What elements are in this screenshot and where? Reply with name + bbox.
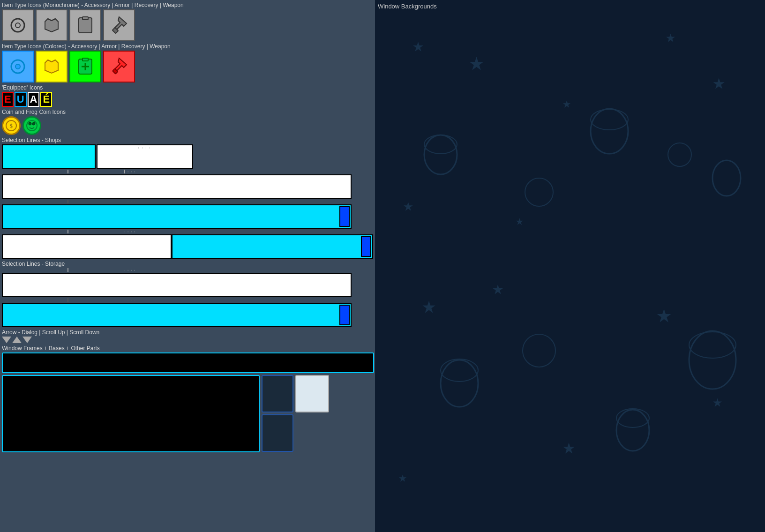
window-bg-label: Window Backgrounds: [378, 3, 437, 10]
svg-rect-3: [82, 17, 88, 20]
svg-text:★: ★: [492, 277, 503, 299]
storage-row1-container: ····: [2, 268, 373, 297]
svg-rect-9: [82, 58, 88, 61]
colored-icons-title: Item Type Icons (Colored) - Accessory | …: [2, 43, 373, 50]
window-frame-small-dark2: [262, 414, 293, 452]
svg-point-38: [441, 360, 478, 407]
arrows-row: [2, 337, 373, 343]
shops-selection-lines: ···· ···· ···· ····: [2, 144, 373, 259]
svg-point-39: [441, 359, 478, 382]
weapon-colored-icon: [103, 51, 135, 82]
svg-text:★: ★: [666, 27, 675, 46]
mono-icons-row: [2, 9, 373, 41]
shop-cyan-endcap: [339, 206, 350, 227]
svg-text:★: ★: [403, 195, 413, 215]
shops-selection-title: Selection Lines - Shops: [2, 137, 373, 143]
coin-icons-row: $: [2, 116, 373, 135]
svg-point-16: [27, 120, 37, 131]
arrows-title: Arrow - Dialog | Scroll Up | Scroll Down: [2, 329, 373, 336]
storage-white-full: [2, 273, 352, 297]
weapon-mono-icon: [103, 9, 135, 41]
svg-point-26: [591, 109, 628, 154]
svg-text:★: ★: [712, 392, 722, 411]
svg-point-1: [15, 23, 20, 28]
svg-point-27: [591, 109, 628, 130]
window-bg-bottom: ★ ★ ★ ★ ★ ★: [375, 266, 765, 532]
svg-text:★: ★: [469, 46, 484, 76]
svg-marker-12: [114, 58, 127, 71]
shop-row4-endcap: [361, 236, 371, 257]
window-frame-small-light: [295, 375, 329, 412]
armor-mono-icon: [36, 9, 68, 41]
svg-point-7: [15, 64, 20, 69]
shop-sel-blue-1: [2, 144, 96, 169]
equipped-a-icon: A: [28, 92, 40, 107]
svg-text:★: ★: [422, 292, 436, 319]
shop-row4-cyan: [172, 234, 373, 259]
svg-point-17: [29, 122, 31, 125]
left-panel: Item Type Icons (Monochrome) - Accessory…: [0, 0, 375, 532]
mono-icons-title: Item Type Icons (Monochrome) - Accessory…: [2, 2, 373, 8]
right-panel: Window Backgrounds ★ ★ ★ ★ ★ ★ ★ ★ ★: [375, 0, 765, 532]
equipped-e-icon: E: [2, 92, 14, 107]
coin-icons-title: Coin and Frog Coin Icons: [2, 109, 373, 115]
recovery-colored-icon: [69, 51, 101, 82]
frames-title: Window Frames + Bases + Other Parts: [2, 345, 373, 352]
equipped-u-icon: U: [15, 92, 27, 107]
window-frame-small-dark1: [262, 375, 293, 412]
window-frame-large: [2, 375, 260, 452]
svg-point-0: [11, 19, 24, 32]
svg-text:★: ★: [562, 434, 575, 459]
svg-point-18: [32, 122, 35, 125]
accessory-mono-icon: [2, 9, 34, 41]
shop-sel-white-1: ····: [97, 144, 193, 169]
shop-row2-container: ····: [2, 170, 373, 199]
svg-text:★: ★: [412, 34, 424, 56]
window-frames-section: [2, 352, 373, 452]
armor-colored-icon: [36, 51, 68, 82]
equipped-icons-row: E U A É: [2, 92, 373, 107]
svg-point-28: [712, 160, 741, 196]
recovery-mono-icon: [69, 9, 101, 41]
svg-text:★: ★: [516, 213, 524, 228]
svg-text:★: ★: [562, 95, 571, 111]
svg-point-30: [668, 143, 691, 166]
storage-row2-container: ····: [2, 298, 373, 327]
svg-text:$: $: [10, 123, 13, 129]
svg-text:★: ★: [656, 299, 672, 329]
svg-marker-4: [114, 17, 127, 30]
svg-point-40: [616, 410, 649, 451]
storage-selection-lines: ···· ····: [2, 268, 373, 327]
storage-endcap: [339, 305, 350, 325]
arrow-down2-icon: [22, 337, 32, 343]
svg-point-44: [523, 334, 555, 367]
storage-cyan-full: [2, 303, 352, 327]
storage-selection-title: Selection Lines - Storage: [2, 261, 373, 267]
equipped-e-accented-icon: É: [40, 92, 52, 107]
svg-text:★: ★: [398, 469, 407, 485]
window-frames-row2: [2, 375, 373, 452]
shop-row4-container: ····: [2, 230, 373, 259]
arrow-up-icon: [12, 337, 22, 343]
accessory-colored-icon: [2, 51, 34, 82]
svg-point-41: [616, 409, 649, 427]
arrow-down-icon: [2, 337, 11, 343]
svg-point-43: [689, 332, 736, 358]
shop-sel-cyan-full: [2, 204, 352, 229]
svg-text:★: ★: [712, 69, 725, 94]
svg-point-24: [424, 135, 457, 174]
window-bg-top: Window Backgrounds ★ ★ ★ ★ ★ ★ ★: [375, 0, 765, 266]
shop-row4-bars: [2, 234, 373, 259]
gold-coin-icon: $: [2, 116, 21, 135]
frog-coin-icon: [22, 116, 41, 135]
window-frames-small-col: [262, 375, 293, 452]
colored-icons-row: [2, 51, 373, 82]
svg-point-42: [689, 331, 736, 389]
shop-row4-white: [2, 234, 172, 259]
shop-row3-container: ····: [2, 200, 373, 229]
shop-sel-white-full: [2, 174, 352, 199]
equipped-icons-title: 'Equipped' Icons: [2, 84, 373, 91]
svg-point-25: [424, 135, 457, 154]
svg-point-29: [525, 178, 553, 206]
window-frame-bar: [2, 352, 374, 373]
